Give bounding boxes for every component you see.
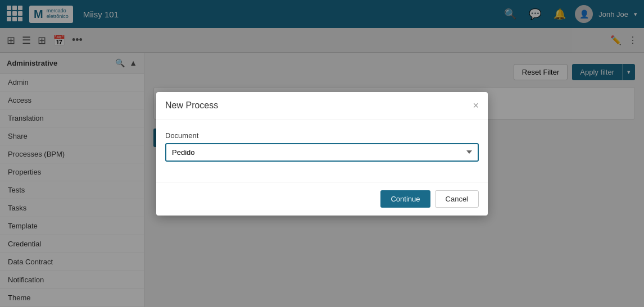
modal-footer: Continue Cancel (156, 182, 488, 216)
modal-new-process: New Process × Document Pedido Continue C… (156, 92, 488, 216)
cancel-button[interactable]: Cancel (435, 190, 479, 208)
modal-body: Document Pedido (156, 120, 488, 182)
document-form-group: Document Pedido (165, 131, 479, 162)
modal-close-button[interactable]: × (473, 100, 479, 112)
document-label: Document (165, 131, 479, 140)
document-select[interactable]: Pedido (165, 143, 479, 162)
modal-overlay: New Process × Document Pedido Continue C… (0, 0, 644, 307)
continue-button[interactable]: Continue (380, 190, 430, 208)
modal-title: New Process (165, 100, 218, 111)
modal-header: New Process × (156, 92, 488, 120)
